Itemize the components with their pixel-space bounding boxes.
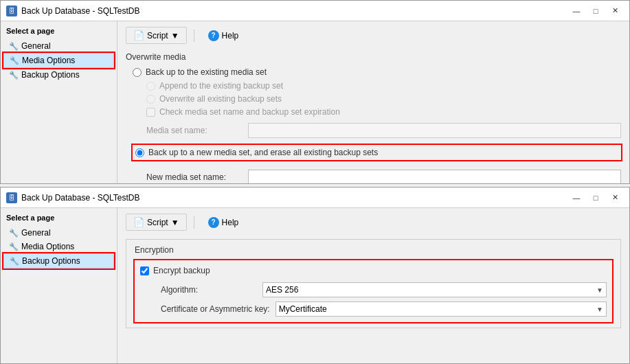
encryption-section: Encryption Encrypt backup Algorithm: AES…	[126, 239, 621, 328]
algorithm-value: AES 256	[266, 285, 298, 295]
backup-icon-top: 🔧	[9, 70, 19, 80]
radio-new-set: Back up to a new media set, and erase al…	[135, 148, 618, 157]
main-content-top: 📄 Script ▼ ? Help Overwrite media	[117, 21, 629, 183]
cert-label: Certificate or Asymmetric key:	[161, 304, 270, 314]
help-btn-top[interactable]: ? Help	[201, 27, 246, 44]
radio-overwrite-input[interactable]	[146, 95, 155, 104]
title-bar-top: 🗄 Back Up Database - SQLTestDB — □ ✕	[1, 1, 629, 21]
sidebar-item-backup-bottom[interactable]: 🔧 Backup Options	[3, 253, 114, 269]
radio-append: Append to the existing backup set	[146, 81, 621, 91]
sidebar-top: Select a page 🔧 General 🔧 Media Options …	[1, 21, 117, 183]
app-icon-bottom: 🗄	[6, 192, 17, 203]
checkbox-check-media: Check media set name and backup set expi…	[146, 107, 621, 117]
sidebar-label-general-top: General	[21, 41, 51, 51]
script-arrow-top: ▼	[171, 31, 179, 41]
radio-new-set-group: Back up to a new media set, and erase al…	[133, 145, 621, 160]
overwrite-radio-group: Back up to the existing media set Append…	[126, 67, 621, 183]
sidebar-bottom: Select a page 🔧 General 🔧 Media Options …	[1, 208, 117, 363]
minimize-btn-bottom[interactable]: —	[567, 191, 585, 205]
sidebar-label-general-bottom: General	[21, 228, 51, 238]
encrypt-box: Encrypt backup Algorithm: AES 256 ▼ Cert…	[135, 260, 612, 322]
backup-icon-bottom: 🔧	[10, 256, 19, 266]
overwrite-media-title: Overwrite media	[126, 52, 621, 62]
radio-existing-label: Back up to the existing media set	[146, 67, 267, 77]
sidebar-header-top: Select a page	[3, 27, 114, 35]
sidebar-item-general-bottom[interactable]: 🔧 General	[3, 226, 114, 240]
overwrite-media-section: Overwrite media Back up to the existing …	[126, 52, 621, 183]
script-btn-top[interactable]: 📄 Script ▼	[126, 27, 187, 44]
checkbox-check-media-input[interactable]	[146, 108, 155, 117]
script-btn-bottom[interactable]: 📄 Script ▼	[126, 214, 187, 231]
window-top: 🗄 Back Up Database - SQLTestDB — □ ✕ Sel…	[0, 0, 630, 184]
media-icon-top: 🔧	[10, 56, 19, 65]
title-controls-top: — □ ✕	[567, 4, 624, 18]
radio-append-input[interactable]	[146, 82, 155, 91]
help-label-bottom: Help	[222, 218, 239, 227]
toolbar-sep-top	[194, 30, 194, 42]
toolbar-top: 📄 Script ▼ ? Help	[126, 27, 621, 44]
radio-new-set-input[interactable]	[135, 148, 144, 157]
script-icon-bottom: 📄	[133, 217, 144, 227]
media-set-name-field: Media set name:	[146, 123, 621, 138]
toolbar-bottom: 📄 Script ▼ ? Help	[126, 214, 621, 231]
sidebar-label-backup-bottom: Backup Options	[22, 256, 80, 266]
maximize-btn-top[interactable]: □	[587, 4, 605, 18]
close-btn-bottom[interactable]: ✕	[606, 191, 624, 205]
sidebar-item-media-top[interactable]: 🔧 Media Options	[3, 53, 114, 68]
algorithm-field: Algorithm: AES 256 ▼	[140, 282, 607, 297]
sidebar-label-backup-top: Backup Options	[21, 70, 80, 80]
media-icon-bottom: 🔧	[9, 242, 19, 251]
algorithm-label: Algorithm:	[161, 285, 257, 295]
script-arrow-bottom: ▼	[171, 218, 179, 227]
sidebar-item-general-top[interactable]: 🔧 General	[3, 39, 114, 53]
media-set-name-label: Media set name:	[146, 126, 243, 135]
encrypt-backup-checkbox[interactable]	[140, 266, 149, 275]
cert-value: MyCertificate	[279, 304, 327, 314]
radio-existing-set: Back up to the existing media set	[133, 67, 621, 77]
new-media-name-label: New media set name:	[146, 172, 243, 182]
app-icon-top: 🗄	[6, 5, 17, 16]
help-btn-bottom[interactable]: ? Help	[201, 214, 246, 231]
radio-overwrite-all: Overwrite all existing backup sets	[146, 94, 621, 104]
cert-select[interactable]: MyCertificate ▼	[275, 302, 607, 317]
sidebar-item-media-bottom[interactable]: 🔧 Media Options	[3, 240, 114, 253]
cert-arrow: ▼	[596, 306, 603, 313]
close-btn-top[interactable]: ✕	[606, 4, 624, 18]
help-label-top: Help	[222, 31, 239, 41]
sidebar-label-media-top: Media Options	[22, 56, 75, 65]
new-media-name-field: New media set name:	[146, 170, 621, 183]
help-icon-top: ?	[208, 30, 219, 41]
title-text-top: Back Up Database - SQLTestDB	[21, 6, 140, 16]
radio-append-label: Append to the existing backup set	[159, 81, 283, 91]
general-icon-top: 🔧	[9, 41, 19, 51]
maximize-btn-bottom[interactable]: □	[587, 191, 605, 205]
radio-overwrite-label: Overwrite all existing backup sets	[159, 94, 282, 104]
radio-existing-input[interactable]	[133, 68, 142, 77]
general-icon-bottom: 🔧	[9, 228, 19, 238]
main-content-bottom: 📄 Script ▼ ? Help Encryption Encrypt	[117, 208, 629, 363]
title-bar-left-bottom: 🗄 Back Up Database - SQLTestDB	[6, 192, 140, 203]
title-bar-left-top: 🗄 Back Up Database - SQLTestDB	[6, 5, 140, 16]
script-label-top: Script	[147, 31, 168, 41]
minimize-btn-top[interactable]: —	[567, 4, 585, 18]
cert-field: Certificate or Asymmetric key: MyCertifi…	[140, 302, 607, 317]
checkbox-check-media-label: Check media set name and backup set expi…	[159, 107, 340, 117]
script-icon-top: 📄	[133, 30, 144, 41]
encrypt-backup-checkbox-item: Encrypt backup	[140, 266, 607, 275]
help-icon-bottom: ?	[208, 217, 219, 228]
new-media-name-input[interactable]	[248, 170, 621, 183]
sidebar-item-backup-top[interactable]: 🔧 Backup Options	[3, 68, 114, 82]
title-controls-bottom: — □ ✕	[567, 191, 624, 205]
script-label-bottom: Script	[147, 218, 168, 227]
encrypt-backup-label: Encrypt backup	[153, 266, 210, 275]
title-text-bottom: Back Up Database - SQLTestDB	[21, 193, 140, 203]
algorithm-arrow: ▼	[596, 286, 603, 294]
radio-new-set-label: Back up to a new media set, and erase al…	[148, 148, 378, 157]
sidebar-label-media-bottom: Media Options	[21, 242, 74, 251]
media-set-name-input[interactable]	[248, 123, 621, 138]
window-bottom: 🗄 Back Up Database - SQLTestDB — □ ✕ Sel…	[0, 187, 630, 364]
toolbar-sep-bottom	[194, 216, 194, 229]
algorithm-select[interactable]: AES 256 ▼	[262, 282, 607, 297]
sidebar-header-bottom: Select a page	[3, 214, 114, 222]
encryption-title: Encryption	[135, 245, 612, 255]
